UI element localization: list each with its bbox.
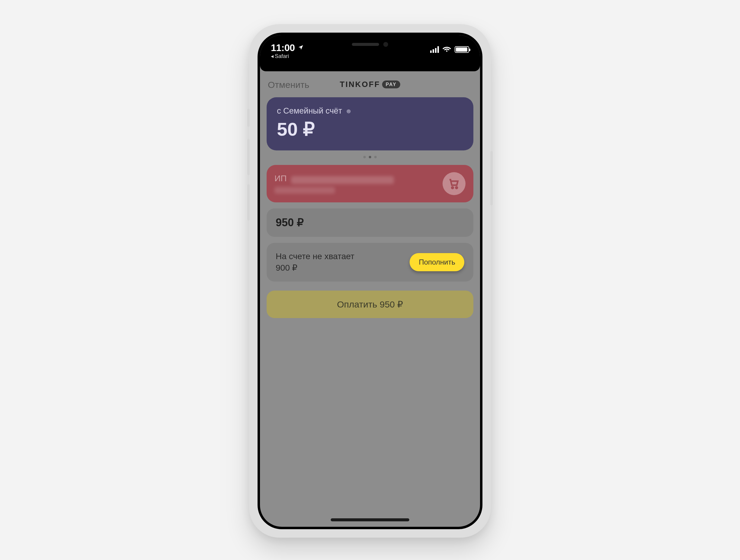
topup-label: Пополнить: [419, 258, 455, 266]
location-icon: [298, 44, 304, 51]
merchant-name-redacted: [291, 176, 394, 184]
merchant-card: ИП: [267, 165, 473, 202]
front-camera: [383, 42, 388, 47]
payment-sheet: Отменить TINKOFF PAY с Семейный счёт ☻: [260, 65, 480, 527]
insufficient-funds-line1: На счете не хватает: [276, 251, 354, 262]
brand-name: TINKOFF: [340, 80, 380, 89]
insufficient-funds-row: На счете не хватает 900 ₽ Пополнить: [267, 243, 473, 282]
family-icon: ☻: [345, 107, 352, 115]
wifi-icon: [443, 45, 451, 54]
battery-icon: [455, 46, 469, 53]
payment-amount-row: 950 ₽: [267, 208, 473, 237]
phone-side-button: [247, 109, 250, 127]
home-indicator[interactable]: [331, 518, 409, 521]
phone-screen: 11:00 ◂ Safari: [260, 35, 480, 527]
source-account-card[interactable]: с Семейный счёт ☻ 50 ₽: [267, 97, 473, 150]
sheet-header: Отменить TINKOFF PAY: [260, 71, 480, 97]
svg-point-1: [456, 187, 457, 189]
chevron-left-icon: ◂: [271, 53, 274, 60]
merchant-prefix: ИП: [274, 174, 287, 183]
phone-volume-up: [247, 139, 250, 175]
pay-button-label: Оплатить 950 ₽: [337, 299, 403, 309]
cancel-label: Отменить: [268, 80, 309, 90]
insufficient-funds-amount: 900 ₽: [276, 262, 354, 274]
cancel-button[interactable]: Отменить: [268, 80, 309, 90]
brand-pay-badge: PAY: [382, 80, 400, 88]
svg-point-0: [452, 187, 453, 189]
phone-mockup: 11:00 ◂ Safari: [249, 24, 491, 538]
source-account-label: с Семейный счёт: [277, 106, 342, 116]
phone-power-button: [490, 151, 493, 205]
back-to-app[interactable]: ◂ Safari: [271, 53, 289, 60]
card-pager-dots[interactable]: [267, 150, 473, 165]
phone-notch: [318, 35, 422, 54]
speaker-grille: [352, 43, 379, 46]
back-to-app-label: Safari: [275, 53, 289, 60]
phone-volume-down: [247, 184, 250, 221]
cellular-signal-icon: [430, 46, 439, 53]
brand-logo: TINKOFF PAY: [340, 80, 400, 89]
payment-amount: 950 ₽: [276, 216, 464, 229]
status-time: 11:00: [271, 42, 295, 53]
merchant-detail-redacted: [274, 187, 335, 194]
cart-icon: [443, 172, 466, 195]
source-account-balance: 50 ₽: [277, 118, 463, 140]
sheet-grabber-strip: [260, 65, 480, 71]
topup-button[interactable]: Пополнить: [409, 253, 464, 271]
pay-button[interactable]: Оплатить 950 ₽: [267, 291, 473, 318]
